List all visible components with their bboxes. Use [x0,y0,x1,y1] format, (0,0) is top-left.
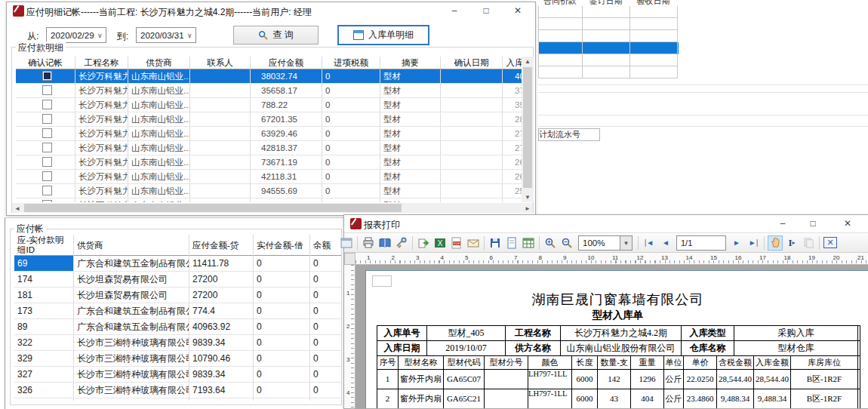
close-button[interactable]: ✕ [835,215,860,232]
first-page-icon[interactable]: |◄ [642,235,657,251]
zoom-out-icon[interactable] [559,235,574,251]
table-row[interactable]: 长沙万科魅力...山东南山铝业...73671.190型材266 [16,155,528,170]
table-row[interactable]: 173广东合和建筑五金制品有限公司774.400 [14,303,342,319]
settings-tools-icon[interactable] [394,235,409,251]
table-row[interactable] [538,30,679,42]
export-icon[interactable] [416,235,431,251]
print-icon[interactable] [361,235,376,251]
table-row[interactable]: 长沙万科魅力...山东南山铝业...67201.350型材283 [16,112,528,127]
confirm-checkbox[interactable] [42,71,52,81]
maximize-button[interactable]: □ [800,215,826,232]
grid-header-row[interactable]: 确认记帐工程名称供货商联系人应付金额进项税额摘要确认日期入库 [16,57,528,69]
column-header[interactable]: 摘要 [380,57,441,69]
table-row[interactable]: 181长沙坦森贸易有限公司2720000 [14,288,342,303]
from-date-picker[interactable]: 2020/02/29 ∨ [46,27,106,43]
prev-page-icon[interactable]: ◄ [658,235,673,251]
horizontal-scrollbar[interactable]: ◄ ► [12,203,533,213]
column-header[interactable]: 余额 [310,235,342,256]
scroll-down-icon[interactable]: ▼ [522,194,534,201]
table-row[interactable]: 长沙万科魅力...山东南山铝业...94555.690型材251 [16,184,528,198]
grid-header-row[interactable]: 应-实付款明 细ID供货商应付金额-贷实付金额-借余额 [14,235,342,256]
chevron-down-icon[interactable]: ∨ [94,32,106,39]
zoom-level-select[interactable]: 100% ▾ [578,235,633,251]
confirm-checkbox[interactable] [42,200,52,202]
table-row[interactable] [538,54,679,66]
table-row[interactable]: 69广东合和建筑五金制品有限公司11411.7800 [14,256,342,272]
book-preview-icon[interactable] [377,235,392,251]
table-row[interactable]: 89广东合和建筑五金制品有限公司40963.9200 [14,319,342,335]
scroll-left-icon[interactable]: ◄ [14,205,20,212]
column-header[interactable]: 进项税额 [322,57,380,69]
column-header[interactable]: 实付金额-借 [254,235,310,256]
confirm-checkbox[interactable] [42,143,52,152]
table-row[interactable]: 长沙万科魅力...山东南山铝业...788.220型材358 [16,98,528,112]
pdf-export-icon[interactable]: PDF [449,235,464,251]
table-row[interactable]: 长沙万科魅力...山东南山铝业...38032.740型材405 [16,69,528,84]
table-row[interactable] [538,18,679,30]
confirm-checkbox[interactable] [42,85,52,95]
confirm-checkbox[interactable] [42,157,52,167]
mail-icon[interactable] [466,235,481,251]
vertical-scrollbar[interactable]: ▲ ▼ [522,57,534,202]
text-select-tool-icon[interactable]: I▸ [784,235,799,251]
table-row[interactable]: 174长沙坦森贸易有限公司2720000 [14,272,342,288]
excel-export-icon[interactable]: X [432,235,448,251]
table-row[interactable] [538,66,679,78]
table-cell [630,42,678,54]
table-row[interactable]: 长沙万科魅力...山东南山铝业...63929.460型材276 [16,127,528,141]
confirm-checkbox[interactable] [42,128,52,138]
table-row[interactable]: 329长沙市三湘特种玻璃有限公司10790.4600 [14,351,342,367]
column-header[interactable]: 确认日期 [441,57,503,69]
page-number-input[interactable]: 1/1 [676,235,726,251]
column-header[interactable]: 确认记帐 [16,57,75,69]
last-page-icon[interactable]: ►| [746,235,761,251]
table-row[interactable]: 长沙万科魅力...山东南山铝业...3895.840型材250 [16,198,528,202]
confirm-checkbox[interactable] [42,114,52,124]
table-row[interactable]: 327长沙市三湘特种玻璃有限公司9839.3400 [14,367,342,383]
table-row[interactable] [538,42,679,54]
to-date-picker[interactable]: 2020/03/31 ∨ [136,27,196,43]
column-header[interactable]: 供货商 [128,57,190,69]
minimize-button[interactable]: – [770,215,796,232]
page-setup-icon[interactable] [504,235,519,251]
confirm-checkbox[interactable] [42,186,52,195]
preview-area[interactable]: 1234 湖南巨晟门窗幕墙有限公司 型材入库单 入库单号型材_405工程名称长沙… [344,265,868,408]
data-grid-icon[interactable] [521,235,536,251]
column-header[interactable]: 应-实付款明 细ID [14,235,74,256]
table-row[interactable]: 326长沙市三湘特种玻璃有限公司7193.6400 [14,383,342,398]
report-design-icon[interactable] [339,235,354,251]
table-row[interactable]: 长沙万科魅力...山东南山铝业...42818.370型材275 [16,141,528,155]
chevron-down-icon[interactable]: ∨ [184,32,195,39]
table-row[interactable]: 长沙万科魅力...山东南山铝业...35658.170型材376 [16,84,528,98]
query-button[interactable]: 查 询 [233,26,319,45]
next-page-icon[interactable]: ► [729,235,744,251]
scroll-up-icon[interactable]: ▲ [522,58,534,65]
confirm-checkbox[interactable] [42,171,52,181]
column-header[interactable]: 供货商 [74,235,189,256]
chevron-down-icon[interactable]: ▾ [620,236,632,250]
entry-detail-button[interactable]: 入库单明细 [337,25,429,45]
maximize-button[interactable]: □ [473,2,499,20]
minimize-button[interactable]: – [442,2,467,20]
column-header[interactable]: 联系人 [190,57,251,69]
table-row[interactable] [538,6,679,18]
column-header[interactable]: 工程名称 [75,57,128,69]
confirm-checkbox[interactable] [42,100,52,109]
copy-icon[interactable] [801,235,816,251]
column-header[interactable]: 应付金额-贷 [189,235,254,256]
close-preview-icon[interactable]: ✕ [823,235,838,251]
scroll-right-icon[interactable]: ► [525,205,531,212]
titlebar[interactable]: 报表打印 – □ ✕ [344,215,868,232]
close-button[interactable]: ✕ [505,2,531,20]
zoom-in-icon[interactable] [543,235,558,251]
table-cell: 山东南山铝业... [128,84,190,97]
table-cell: 774.4 [189,303,254,318]
save-icon[interactable] [488,235,503,251]
table-row[interactable]: 322长沙市三湘特种玻璃有限公司9839.3400 [14,335,342,351]
table-row[interactable]: 长沙万科魅力...山东南山铝业...42118.310型材265 [16,170,528,184]
table-cell [441,84,503,97]
table-row[interactable]: 长沙市三湘特种玻璃有限公司 [14,398,342,401]
column-header[interactable]: 应付金额 [251,57,322,69]
titlebar[interactable]: 应付明细记帐------当前工程: 长沙万科魅力之城4.2期------当前用户… [7,2,535,20]
hand-pan-tool-icon[interactable] [768,235,783,251]
